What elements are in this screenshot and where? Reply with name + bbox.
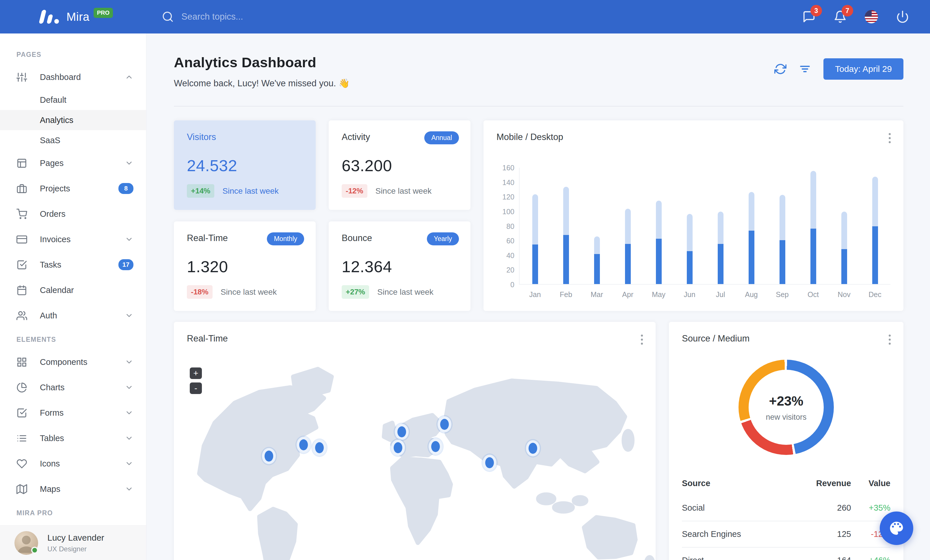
sidebar-item-label: Maps	[40, 484, 60, 494]
map-marker-madrid[interactable]	[391, 440, 405, 456]
calendar-icon	[17, 285, 27, 296]
date-range-button[interactable]: Today: April 29	[824, 58, 904, 80]
card-menu-button[interactable]	[889, 133, 891, 143]
revenue-cell: 125	[788, 521, 851, 547]
search-input[interactable]	[182, 12, 366, 22]
card-menu-button[interactable]	[889, 334, 891, 345]
sidebar-item-tables[interactable]: Tables	[0, 425, 146, 451]
source-medium-title: Source / Medium	[682, 333, 890, 344]
palette-icon	[889, 520, 904, 536]
sidebar-item-orders[interactable]: Orders	[0, 201, 146, 227]
sidebar-item-maps[interactable]: Maps	[0, 476, 146, 502]
sign-out-button[interactable]	[896, 10, 909, 23]
sidebar-item-projects[interactable]: Projects8	[0, 176, 146, 201]
map-marker-san-francisco[interactable]	[262, 448, 276, 464]
top-navbar: Mira PRO 3 7	[0, 0, 930, 34]
stat-note: Since last week	[222, 186, 279, 196]
map-marker-new-york[interactable]	[313, 440, 326, 456]
value-cell: +46%	[851, 547, 890, 560]
sidebar-item-auth[interactable]: Auth	[0, 303, 146, 328]
pro-badge: PRO	[94, 8, 113, 18]
sidebar-item-forms[interactable]: Forms	[0, 400, 146, 425]
sidebar-item-pages[interactable]: Pages	[0, 150, 146, 176]
x-axis-labels: JanFebMarAprMayJunJulAugSepOctNovDec	[520, 290, 890, 299]
bar-oct[interactable]	[798, 168, 828, 284]
x-tick-label: Jul	[705, 290, 736, 299]
map-marker-delhi[interactable]	[483, 455, 496, 471]
bar-jul[interactable]	[705, 168, 736, 284]
map-marker-london[interactable]	[395, 424, 409, 440]
desktop-segment	[532, 194, 538, 245]
bar-chart-plot	[519, 168, 890, 285]
messages-button[interactable]: 3	[802, 10, 816, 23]
card-menu-button[interactable]	[641, 334, 643, 345]
mobile-segment	[748, 231, 754, 284]
bar-nov[interactable]	[828, 168, 859, 284]
sidebar-item-dashboard-saas[interactable]: SaaS	[0, 130, 146, 150]
sidebar-section-header: PAGES	[0, 43, 146, 64]
power-icon	[896, 10, 909, 23]
bar-jan[interactable]	[520, 168, 551, 284]
page-title: Analytics Dashboard	[174, 54, 350, 71]
sidebar-item-icons[interactable]: Icons	[0, 451, 146, 476]
x-tick-label: Jan	[520, 290, 551, 299]
sidebar-item-label: Invoices	[40, 235, 71, 244]
bar-may[interactable]	[643, 168, 674, 284]
map-marker-moscow[interactable]	[437, 416, 451, 433]
sidebar-item-label: Auth	[40, 311, 57, 321]
y-tick-label: 100	[502, 207, 514, 216]
brand[interactable]: Mira PRO	[0, 10, 127, 24]
bar-apr[interactable]	[612, 168, 643, 284]
sidebar-item-invoices[interactable]: Invoices	[0, 227, 146, 252]
source-cell: Social	[682, 495, 788, 521]
period-pill[interactable]: Annual	[424, 131, 459, 144]
mobile-desktop-chart-card: Mobile / Desktop 020406080100120140160 J…	[483, 120, 904, 311]
theme-settings-button[interactable]	[880, 511, 913, 545]
map-marker-istanbul[interactable]	[429, 439, 442, 455]
bar-feb[interactable]	[551, 168, 581, 284]
bar-aug[interactable]	[736, 168, 767, 284]
bar-dec[interactable]	[859, 168, 890, 284]
sidebar-item-dashboard-analytics[interactable]: Analytics	[0, 110, 146, 130]
desktop-segment	[841, 212, 847, 249]
map-marker-beijing[interactable]	[526, 440, 540, 456]
y-tick-label: 60	[506, 237, 514, 245]
bar-jun[interactable]	[674, 168, 705, 284]
mira-logo-icon	[40, 10, 59, 24]
stat-card-visitors: Visitors 24.532 +14% Since last week	[174, 120, 316, 210]
sidebar-item-tasks[interactable]: Tasks17	[0, 252, 146, 278]
bar-sep[interactable]	[767, 168, 798, 284]
y-axis-labels: 020406080100120140160	[496, 168, 519, 285]
desktop-segment	[748, 192, 754, 231]
notifications-button[interactable]: 7	[833, 10, 847, 23]
chevron-down-icon	[125, 357, 134, 366]
sidebar-item-dashboard-default[interactable]: Default	[0, 90, 146, 110]
sidebar-item-components[interactable]: Components	[0, 349, 146, 375]
map-zoom-in-button[interactable]: +	[190, 367, 202, 379]
stat-title: Visitors	[187, 132, 303, 142]
sidebar-item-label: Calendar	[40, 285, 74, 295]
world-map[interactable]: + -	[174, 354, 656, 560]
sidebar-item-calendar[interactable]: Calendar	[0, 278, 146, 303]
sidebar-item-dashboard[interactable]: Dashboard	[0, 64, 146, 90]
period-pill[interactable]: Yearly	[427, 232, 459, 245]
sidebar-item-label: Forms	[40, 408, 63, 418]
map-icon	[17, 484, 27, 494]
sidebar-item-charts[interactable]: Charts	[0, 375, 146, 400]
sidebar-item-label: Tasks	[40, 260, 61, 270]
world-map-graphic	[174, 354, 656, 560]
mobile-segment	[687, 251, 693, 284]
period-pill[interactable]: Monthly	[267, 232, 304, 245]
stat-value: 24.532	[187, 156, 303, 175]
bar-mar[interactable]	[581, 168, 612, 284]
map-zoom-out-button[interactable]: -	[190, 382, 202, 394]
sidebar-item-label: SaaS	[40, 136, 60, 145]
filter-button[interactable]	[799, 63, 811, 75]
mobile-segment	[779, 240, 785, 284]
map-marker-chicago[interactable]	[297, 437, 311, 453]
refresh-button[interactable]	[774, 63, 787, 75]
notifications-count-badge: 7	[842, 5, 853, 17]
desktop-segment	[656, 201, 662, 239]
sidebar-user[interactable]: Lucy Lavender UX Designer	[0, 525, 146, 560]
language-flag-us-icon[interactable]	[865, 10, 878, 23]
